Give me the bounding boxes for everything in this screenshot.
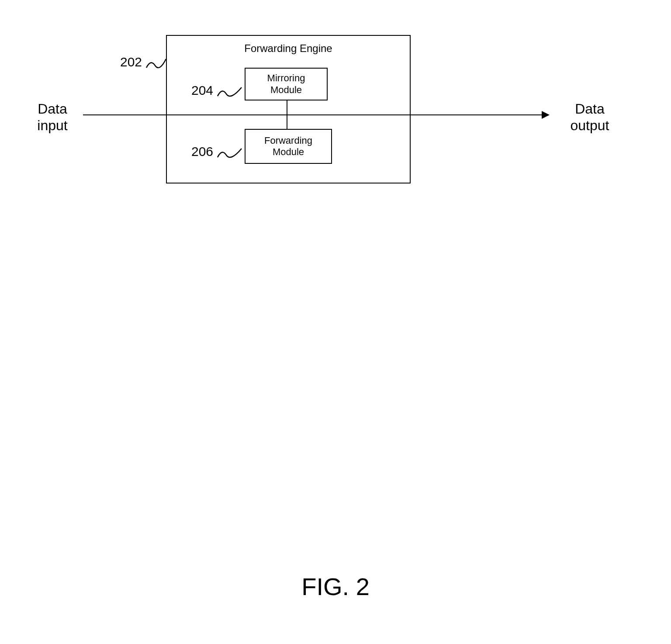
module-connector-line: [287, 100, 287, 129]
reference-number-204: 204: [191, 83, 213, 98]
leader-line-206-icon: [215, 146, 246, 166]
data-flow-arrowhead-icon: [542, 111, 550, 119]
forwarding-module-label: Forwarding Module: [264, 135, 312, 158]
forwarding-module-box: Forwarding Module: [245, 129, 332, 164]
data-output-label: Data output: [559, 100, 620, 134]
leader-line-202-icon: [144, 57, 170, 76]
figure-caption: FIG. 2: [0, 572, 671, 601]
reference-number-206: 206: [191, 144, 213, 159]
forwarding-engine-title: Forwarding Engine: [167, 42, 410, 55]
reference-number-202: 202: [120, 55, 142, 69]
data-flow-line: [83, 114, 542, 115]
data-input-label: Data input: [26, 100, 79, 134]
forwarding-engine-diagram: Forwarding Engine Mirroring Module Forwa…: [0, 17, 671, 236]
leader-line-204-icon: [215, 85, 246, 105]
mirroring-module-box: Mirroring Module: [245, 68, 328, 100]
mirroring-module-label: Mirroring Module: [267, 73, 305, 96]
